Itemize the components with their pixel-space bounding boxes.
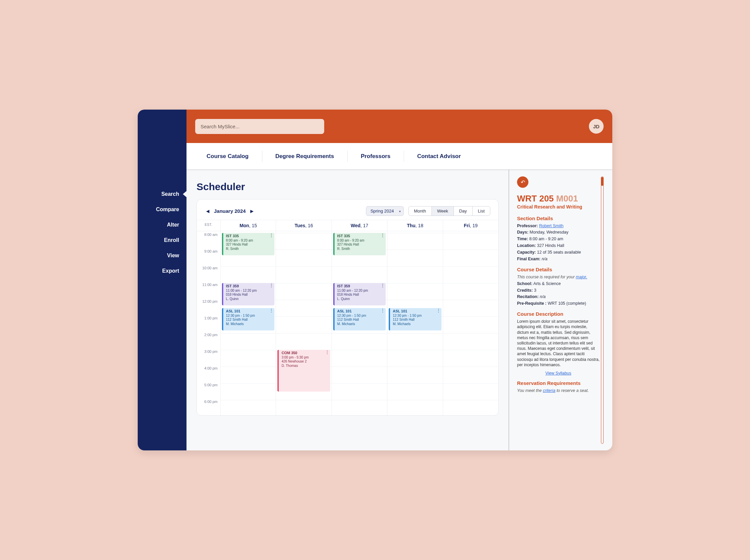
time-4pm: 4:00 pm: [197, 366, 220, 383]
course-code: WRT 205 M001: [517, 194, 599, 203]
day-col-wed: IST 335 8:00 am - 9:20 am 327 Hinds Hall…: [332, 231, 387, 415]
required-note: This course is required for your major.: [517, 274, 599, 280]
chevron-down-icon: ▾: [399, 209, 401, 213]
event-asl101-mon[interactable]: ASL 101 12:30 pm - 1:50 pm 112 Smith Hal…: [222, 308, 274, 331]
section-details-heading: Section Details: [517, 216, 599, 221]
time-12pm: 12:00 pm: [197, 300, 220, 316]
event-ist359-mon[interactable]: IST 359 11:00 am - 12:20 pm 018 Hinds Ha…: [222, 283, 274, 305]
day-head-tue: Tues, 16: [276, 220, 331, 231]
avatar[interactable]: JD: [589, 119, 604, 134]
day-head-wed: Wed, 17: [332, 220, 387, 231]
view-week-button[interactable]: Week: [432, 206, 454, 216]
header-controls: Spring 2024 ▾ Month Week Day List: [366, 206, 490, 216]
next-month-button[interactable]: ▶: [249, 208, 255, 214]
sidebar-item-alter[interactable]: Alter: [138, 217, 186, 233]
major-link[interactable]: major.: [576, 275, 587, 279]
capacity-row: Capacity: 12 of 35 seats available: [517, 249, 599, 255]
sidebar-item-compare[interactable]: Compare: [138, 202, 186, 217]
event-menu-icon[interactable]: ⋮: [270, 234, 273, 236]
event-ist359-wed[interactable]: IST 359 11:00 am - 12:20 pm 018 Hinds Ha…: [333, 283, 386, 305]
event-menu-icon[interactable]: ⋮: [381, 234, 384, 236]
detail-content: ↶ WRT 205 M001 Critical Research and Wri…: [517, 176, 599, 444]
view-day-button[interactable]: Day: [454, 206, 472, 216]
scroll-thumb[interactable]: [601, 177, 604, 186]
time-6pm: 6:00 pm: [197, 400, 220, 415]
time-10am: 10:00 am: [197, 266, 220, 283]
event-asl101-wed[interactable]: ASL 101 12:30 pm - 1:50 pm 112 Smith Hal…: [333, 308, 386, 331]
page-title: Scheduler: [197, 181, 499, 193]
professor-row: Professor: Robert Smith: [517, 223, 599, 229]
location-row: Location: 327 Hinds Hall: [517, 243, 599, 248]
term-select[interactable]: Spring 2024 ▾: [366, 206, 403, 216]
day-col-fri: [443, 231, 498, 415]
tab-course-catalog[interactable]: Course Catalog: [193, 153, 262, 160]
reservation-note: You meet the criteria to reserve a seat.: [517, 388, 599, 394]
time-2pm: 2:00 pm: [197, 333, 220, 350]
day-columns: IST 335 8:00 am - 9:20 am 327 Hinds Hall…: [220, 231, 498, 415]
day-col-mon: IST 335 8:00 am - 9:20 am 327 Hinds Hall…: [220, 231, 276, 415]
undo-icon: ↶: [521, 179, 525, 185]
reservation-heading: Reservation Requirements: [517, 380, 599, 386]
detail-panel: ↶ WRT 205 M001 Critical Research and Wri…: [509, 170, 612, 451]
criteria-link[interactable]: criteria: [543, 388, 555, 393]
day-head-mon: Mon, 15: [220, 220, 276, 231]
view-syllabus-link[interactable]: View Syllabus: [517, 371, 599, 376]
event-menu-icon[interactable]: ⋮: [381, 309, 384, 312]
event-menu-icon[interactable]: ⋮: [436, 309, 440, 312]
event-ist335-mon[interactable]: IST 335 8:00 am - 9:20 am 327 Hinds Hall…: [222, 233, 274, 255]
prereq-row: Pre-Requisite : WRT 105 (complete): [517, 301, 599, 306]
calendar-header: ◀ January 2024 ▶ Spring 2024 ▾ Month: [197, 199, 498, 220]
timezone-label: EST.: [197, 220, 220, 231]
day-col-thu: ASL 101 12:30 pm - 1:50 pm 112 Smith Hal…: [387, 231, 442, 415]
time-8am: 8:00 am: [197, 233, 220, 249]
header: JD: [186, 109, 612, 143]
final-exam-row: Final Exam: n/a: [517, 256, 599, 262]
time-3pm: 3:00 pm: [197, 350, 220, 366]
course-details-heading: Course Details: [517, 267, 599, 272]
credits-row: Credits: 3: [517, 288, 599, 293]
back-button[interactable]: ↶: [517, 176, 528, 188]
sidebar-item-search[interactable]: Search: [138, 186, 186, 202]
course-name: Critical Research and Writing: [517, 204, 599, 209]
body: Scheduler ◀ January 2024 ▶ Spring 2024 ▾: [186, 170, 612, 451]
sidebar-item-view[interactable]: View: [138, 248, 186, 263]
detail-scrollbar[interactable]: [599, 176, 605, 444]
event-ist335-wed[interactable]: IST 335 8:00 am - 9:20 am 327 Hinds Hall…: [333, 233, 386, 255]
search-input[interactable]: [195, 119, 324, 134]
event-asl101-thu[interactable]: ASL 101 12:30 pm - 1:50 pm 112 Smith Hal…: [389, 308, 441, 331]
time-9am: 9:00 am: [197, 249, 220, 266]
app-window: Search Compare Alter Enroll View Export …: [138, 109, 612, 451]
time-11am: 11:00 am: [197, 283, 220, 300]
time-row: Time: 8:00 am - 9:20 am: [517, 236, 599, 242]
calendar-card: ◀ January 2024 ▶ Spring 2024 ▾ Month: [197, 199, 499, 416]
time-1pm: 1:00 pm: [197, 316, 220, 333]
school-row: School: Arts & Science: [517, 281, 599, 287]
view-toggle: Month Week Day List: [409, 206, 491, 216]
tab-contact-advisor[interactable]: Contact Advisor: [404, 153, 474, 160]
event-menu-icon[interactable]: ⋮: [381, 284, 384, 286]
time-gutter: 8:00 am 9:00 am 10:00 am 11:00 am 12:00 …: [197, 231, 220, 415]
tab-degree-requirements[interactable]: Degree Requirements: [262, 153, 348, 160]
view-month-button[interactable]: Month: [409, 206, 432, 216]
event-menu-icon[interactable]: ⋮: [270, 284, 273, 286]
sidebar: Search Compare Alter Enroll View Export: [138, 109, 186, 451]
view-list-button[interactable]: List: [472, 206, 490, 216]
days-row: Days: Monday, Wednesday: [517, 229, 599, 235]
description-heading: Course Description: [517, 311, 599, 317]
day-col-tue: COM 350 3:00 pm - 5:30 pm 426 Newhouse 2…: [276, 231, 331, 415]
event-menu-icon[interactable]: ⋮: [325, 351, 329, 353]
event-com350-tue[interactable]: COM 350 3:00 pm - 5:30 pm 426 Newhouse 2…: [277, 350, 330, 392]
event-menu-icon[interactable]: ⋮: [270, 309, 273, 312]
description-text: Lorem ipsum dolor sit amet, consectetur …: [517, 319, 599, 367]
tab-professors[interactable]: Professors: [347, 153, 404, 160]
sidebar-item-enroll[interactable]: Enroll: [138, 233, 186, 248]
tabbar: Course Catalog Degree Requirements Profe…: [186, 143, 612, 170]
day-head-fri: Fri, 19: [443, 220, 498, 231]
sidebar-item-export[interactable]: Export: [138, 263, 186, 279]
day-head-thu: Thu, 18: [387, 220, 442, 231]
professor-link[interactable]: Robert Smith: [539, 223, 564, 228]
term-select-value: Spring 2024: [370, 208, 394, 214]
prev-month-button[interactable]: ◀: [205, 208, 211, 214]
content: Scheduler ◀ January 2024 ▶ Spring 2024 ▾: [186, 170, 509, 451]
month-label: January 2024: [214, 208, 246, 214]
